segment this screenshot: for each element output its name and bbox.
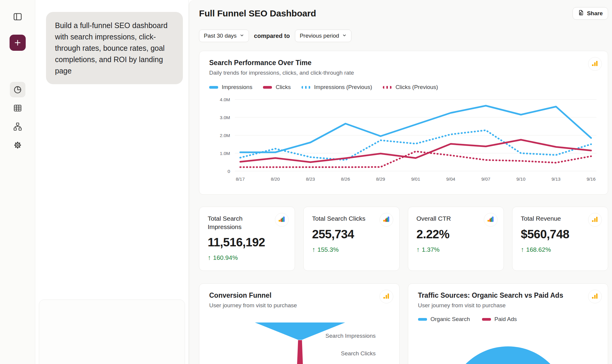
compare-period-value: Previous period — [300, 33, 339, 39]
metric-delta-value: 160.94% — [213, 254, 238, 261]
compared-to-label: compared to — [254, 33, 290, 39]
chart-type-button[interactable] — [275, 213, 289, 227]
icon-rail — [0, 0, 35, 364]
metric-title: Total Revenue — [521, 214, 585, 223]
user-prompt-bubble: Build a full-funnel SEO dashboard with s… — [46, 12, 183, 84]
plus-icon — [13, 38, 22, 47]
metric-card: Total Revenue $560,748 ↑ 168 — [512, 207, 608, 271]
y-axis-tick: 0 — [227, 169, 230, 174]
panel-toggle-icon — [13, 12, 23, 22]
sidebar-item-tables[interactable] — [10, 100, 25, 116]
x-axis-tick: 9/16 — [587, 176, 596, 182]
chart-type-button[interactable] — [588, 57, 602, 71]
metric-value: $560,748 — [521, 228, 599, 241]
metric-delta-value: 1.37% — [422, 246, 440, 253]
metric-delta-value: 155.3% — [317, 246, 339, 253]
share-button[interactable]: Share — [573, 7, 608, 20]
metric-delta: ↑ 1.37% — [417, 246, 495, 254]
sidebar-item-settings[interactable] — [10, 137, 25, 153]
legend-swatch-icon — [418, 318, 427, 321]
pie-slice-organic-search — [448, 346, 568, 364]
page-title: Full Funnel SEO Dashboard — [199, 7, 316, 19]
mini-bar-chart-orange-icon — [382, 292, 390, 301]
metric-value: 255,734 — [312, 228, 391, 241]
card-title: Search Performance Over Time — [209, 59, 598, 67]
chart-type-button[interactable] — [588, 213, 602, 227]
performance-chart: 01.0M2.0M3.0M4.0M8/178/208/238/268/299/0… — [209, 93, 599, 183]
legend-label: Organic Search — [431, 316, 470, 322]
metric-delta: ↑ 160.94% — [208, 254, 286, 262]
dashboard-panel: Full Funnel SEO Dashboard Share Past 30 … — [189, 0, 612, 364]
funnel-stage-label: Search Impressions — [325, 333, 376, 339]
mini-bar-chart-orange-icon — [591, 215, 599, 224]
new-dashboard-button[interactable] — [10, 35, 26, 51]
sidebar-item-charts[interactable] — [10, 82, 25, 97]
metric-card: Overall CTR 2.22% ↑ 1.37% — [408, 207, 504, 271]
legend-swatch-icon — [482, 318, 491, 321]
legend-label: Impressions (Previous) — [314, 84, 372, 90]
metric-card: Total Search Impressions 11,516,192 — [199, 207, 295, 271]
compare-period-select[interactable]: Previous period — [295, 30, 351, 42]
legend-label: Clicks — [276, 84, 291, 90]
x-axis-tick: 9/01 — [411, 176, 420, 182]
metric-title: Overall CTR — [417, 214, 481, 223]
conversion-funnel-card: Conversion Funnel User journey from visi… — [199, 283, 400, 364]
card-title: Conversion Funnel — [209, 291, 389, 300]
mini-bar-chart-multicolor-icon — [382, 215, 390, 224]
metric-delta: ↑ 155.3% — [312, 246, 391, 254]
x-axis-tick: 8/26 — [341, 176, 350, 182]
card-subtitle: User journey from visit to purchase — [418, 302, 598, 309]
card-subtitle: Daily trends for impressions, clicks, an… — [209, 70, 598, 76]
metric-delta: ↑ 168.62% — [521, 246, 599, 254]
y-axis-tick: 3.0M — [220, 115, 230, 120]
mini-bar-chart-multicolor-icon — [487, 215, 495, 224]
funnel-stage-impressions — [255, 322, 345, 340]
date-range-select[interactable]: Past 30 days — [199, 30, 249, 42]
gear-icon — [13, 140, 22, 150]
sidebar-item-flows[interactable] — [10, 119, 25, 134]
legend-item[interactable]: Impressions (Previous) — [302, 84, 372, 90]
table-icon — [13, 103, 22, 113]
funnel-stage-label: Search Clicks — [341, 350, 376, 357]
chat-input[interactable] — [39, 300, 185, 364]
dashboard-header: Full Funnel SEO Dashboard Share — [199, 0, 608, 20]
mini-bar-chart-orange-icon — [591, 292, 599, 301]
card-title: Traffic Sources: Organic Search vs Paid … — [418, 291, 598, 300]
x-axis-tick: 9/10 — [516, 176, 526, 182]
chart-type-button[interactable] — [484, 213, 498, 227]
series-line-clicks — [240, 140, 591, 162]
legend-item[interactable]: Paid Ads — [482, 316, 517, 322]
legend-item[interactable]: Impressions — [209, 84, 252, 90]
date-range-value: Past 30 days — [204, 33, 237, 39]
metric-title: Total Search Impressions — [208, 214, 272, 231]
x-axis-tick: 8/17 — [236, 176, 245, 182]
x-axis-tick: 9/13 — [552, 176, 561, 182]
y-axis-tick: 4.0M — [220, 97, 230, 102]
metric-value: 2.22% — [417, 228, 495, 241]
filter-row: Past 30 days compared to Previous period — [199, 30, 608, 42]
up-arrow-icon: ↑ — [312, 246, 315, 254]
legend-item[interactable]: Clicks — [263, 84, 291, 90]
mini-bar-chart-orange-icon — [591, 59, 599, 68]
chart-type-button[interactable] — [380, 213, 393, 227]
y-axis-tick: 1.0M — [220, 151, 230, 156]
funnel-stage-clicks — [295, 340, 305, 364]
legend-swatch-icon — [263, 86, 272, 89]
bottom-grid: Conversion Funnel User journey from visi… — [199, 283, 608, 364]
legend-item[interactable]: Organic Search — [418, 316, 470, 322]
mini-bar-chart-multicolor-icon — [278, 215, 286, 224]
up-arrow-icon: ↑ — [521, 246, 524, 254]
legend-label: Clicks (Previous) — [395, 84, 438, 90]
series-line-impressions-previous- — [240, 130, 591, 160]
legend-item[interactable]: Clicks (Previous) — [383, 84, 438, 90]
x-axis-tick: 8/20 — [271, 176, 280, 182]
chart-type-button[interactable] — [588, 290, 602, 303]
metrics-grid: Total Search Impressions 11,516,192 — [199, 207, 608, 271]
panel-toggle-button[interactable] — [10, 11, 25, 23]
series-line-impressions — [240, 106, 591, 152]
chart-type-button[interactable] — [380, 290, 393, 303]
legend-swatch-icon — [209, 86, 218, 89]
x-axis-tick: 9/07 — [481, 176, 490, 182]
share-icon — [578, 10, 584, 17]
flow-chart-icon — [13, 122, 22, 131]
